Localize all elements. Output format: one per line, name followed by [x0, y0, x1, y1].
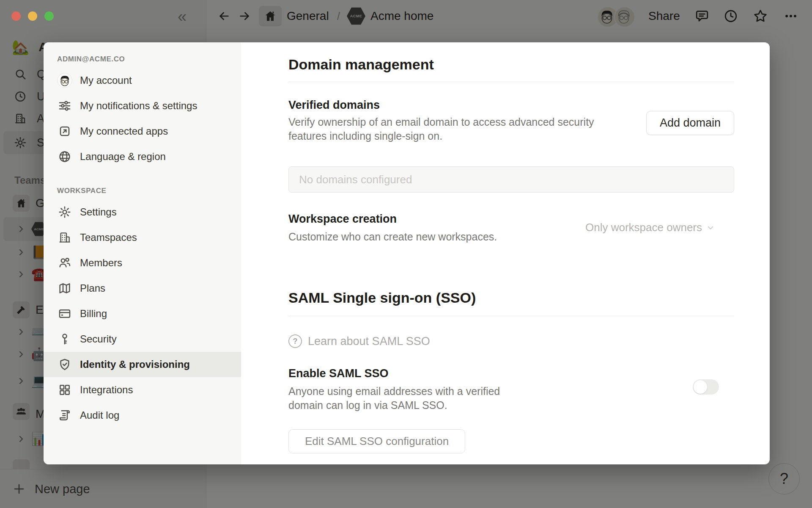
settings-item-identity-provisioning[interactable]: Identity & provisioning [44, 352, 241, 377]
workspace-section-header: WORKSPACE [57, 187, 241, 195]
settings-item-my-account[interactable]: My account [44, 68, 241, 93]
workspace-creation-title: Workspace creation [288, 211, 497, 226]
section-divider [288, 316, 734, 316]
domain-management-title: Domain management [288, 55, 734, 74]
domains-placeholder: No domains configured [299, 173, 412, 186]
map-icon [57, 281, 72, 296]
enable-saml-desc: Anyone using email addresses with a veri… [288, 384, 534, 412]
section-divider [288, 82, 734, 82]
settings-item-settings[interactable]: Settings [44, 199, 241, 225]
globe-icon [57, 149, 72, 164]
workspace-creation-dropdown[interactable]: Only workspace owners [585, 221, 715, 234]
settings-item-audit-log[interactable]: Audit log [44, 403, 241, 428]
enable-saml-title: Enable SAML SSO [288, 366, 534, 381]
learn-saml-link[interactable]: ? Learn about SAML SSO [288, 334, 734, 348]
workspace-creation-row: Workspace creation Customize who can cre… [288, 211, 734, 244]
settings-item-billing[interactable]: Billing [44, 301, 241, 326]
chevron-down-icon [706, 224, 715, 232]
settings-item-integrations[interactable]: Integrations [44, 377, 241, 403]
scroll-icon [57, 408, 72, 423]
settings-item-security[interactable]: Security [44, 326, 241, 352]
close-window-button[interactable] [11, 11, 21, 21]
settings-item-language[interactable]: Language & region [44, 144, 241, 169]
settings-item-plans[interactable]: Plans [44, 276, 241, 301]
toggle-knob [694, 380, 707, 394]
credit-card-icon [57, 306, 72, 321]
settings-sidebar: ADMIN@ACME.CO My account My notification… [44, 42, 241, 464]
grid-icon [57, 382, 72, 398]
account-section-header: ADMIN@ACME.CO [57, 55, 241, 64]
shield-check-icon [57, 357, 72, 372]
key-icon [57, 331, 72, 347]
settings-item-notifications[interactable]: My notifications & settings [44, 93, 241, 119]
window-controls [11, 11, 54, 21]
settings-item-teamspaces[interactable]: Teamspaces [44, 225, 241, 250]
gear-icon [57, 204, 72, 220]
settings-item-members[interactable]: Members [44, 250, 241, 276]
enable-saml-row: Enable SAML SSO Anyone using email addre… [288, 366, 734, 412]
settings-item-connected-apps[interactable]: My connected apps [44, 119, 241, 144]
app-window: « General / ACME Acme home Share [0, 0, 812, 508]
saml-sso-title: SAML Single sign-on (SSO) [288, 288, 734, 307]
arrow-up-right-box-icon [57, 124, 72, 139]
verified-domains-desc: Verify ownership of an email domain to a… [288, 115, 623, 143]
question-circle-icon: ? [288, 334, 302, 348]
add-domain-button[interactable]: Add domain [646, 111, 734, 135]
sliders-icon [57, 98, 72, 113]
settings-modal: ADMIN@ACME.CO My account My notification… [44, 42, 770, 464]
verified-domains-row: Verified domains Verify ownership of an … [288, 97, 734, 143]
members-people-icon [57, 255, 72, 271]
domains-empty-field[interactable]: No domains configured [288, 166, 734, 193]
zoom-window-button[interactable] [44, 11, 54, 21]
edit-saml-config-button[interactable]: Edit SAML SSO configuration [288, 429, 465, 453]
verified-domains-title: Verified domains [288, 97, 627, 113]
workspace-creation-desc: Customize who can create new workspaces. [288, 230, 497, 244]
building-icon [57, 230, 72, 245]
minimize-window-button[interactable] [28, 11, 37, 21]
settings-content: Domain management Verified domains Verif… [241, 42, 770, 464]
saml-sso-toggle[interactable] [693, 379, 719, 395]
user-avatar [57, 73, 72, 88]
